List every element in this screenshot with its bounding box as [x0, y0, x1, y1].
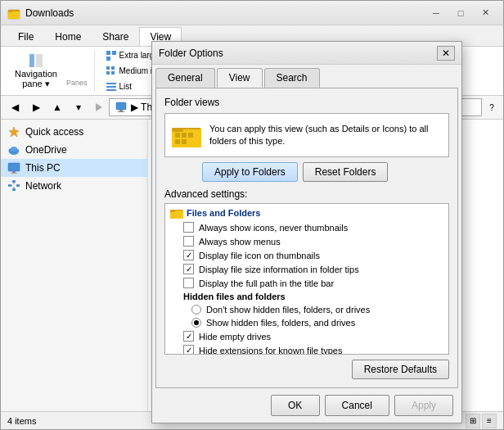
folder-options-dialog: Folder Options ✕ General View Search Fol… [151, 41, 462, 423]
checkbox-display-file-icon[interactable] [183, 250, 194, 260]
setting-show-hidden[interactable]: Show hidden files, folders, and drives [167, 316, 447, 329]
setting-display-full-path[interactable]: Display the full path in the title bar [167, 276, 447, 290]
hidden-files-subgroup: Hidden files and folders [167, 290, 447, 303]
svg-rect-47 [170, 210, 175, 212]
setting-display-file-icon[interactable]: Display file icon on thumbnails [167, 248, 447, 262]
apply-to-folders-button[interactable]: Apply to Folders [202, 162, 298, 182]
group-label-files-folders: Files and Folders [187, 208, 260, 218]
checkbox-hide-empty-drives[interactable] [183, 331, 194, 342]
apply-button[interactable]: Apply [394, 395, 453, 416]
svg-rect-39 [172, 128, 183, 132]
dialog-body: Folder views You can apply t [155, 88, 458, 388]
dialog-title: Folder Options [159, 48, 437, 59]
svg-rect-44 [182, 139, 187, 144]
dialog-title-bar: Folder Options ✕ [152, 42, 461, 65]
folder-views-label: Folder views [164, 97, 449, 108]
restore-row: Restore Defaults [164, 360, 449, 379]
setting-always-show-menus[interactable]: Always show menus [167, 234, 447, 248]
radio-show-hidden[interactable] [191, 318, 201, 328]
files-folders-group: Files and Folders [167, 206, 447, 220]
svg-rect-41 [182, 133, 187, 138]
restore-defaults-button[interactable]: Restore Defaults [352, 360, 449, 379]
checkbox-display-full-path[interactable] [183, 278, 194, 288]
ok-button[interactable]: OK [271, 395, 320, 416]
svg-rect-38 [172, 129, 201, 147]
folder-views-description: You can apply this view (such as Details… [209, 123, 442, 148]
svg-rect-43 [175, 139, 180, 144]
tab-general[interactable]: General [155, 68, 215, 88]
settings-list[interactable]: Files and Folders Always show icons, nev… [164, 203, 449, 355]
folder-big-icon [172, 120, 201, 150]
dialog-close-button[interactable]: ✕ [437, 46, 455, 61]
setting-hide-extensions[interactable]: Hide extensions for known file types [167, 343, 447, 355]
tab-view[interactable]: View [217, 68, 263, 88]
svg-rect-40 [175, 133, 180, 138]
checkbox-always-show-icons[interactable] [183, 222, 194, 233]
svg-rect-42 [188, 133, 193, 138]
dialog-footer: OK Cancel Apply [152, 388, 461, 423]
checkbox-hide-extensions[interactable] [183, 345, 194, 355]
cancel-button[interactable]: Cancel [325, 395, 389, 416]
setting-dont-show-hidden[interactable]: Don't show hidden files, folders, or dri… [167, 303, 447, 316]
folder-views-box: You can apply this view (such as Details… [164, 113, 449, 157]
checkbox-always-show-menus[interactable] [183, 236, 194, 247]
advanced-settings-label: Advanced settings: [164, 188, 449, 200]
setting-display-file-size[interactable]: Display file size information in folder … [167, 262, 447, 276]
checkbox-display-file-size[interactable] [183, 264, 194, 274]
folder-small-icon [170, 207, 183, 219]
folder-views-buttons: Apply to Folders Reset Folders [202, 162, 449, 182]
radio-dont-show-hidden[interactable] [191, 305, 201, 315]
setting-always-show-icons[interactable]: Always show icons, never thumbnails [167, 220, 447, 234]
dialog-overlay: Folder Options ✕ General View Search Fol… [0, 0, 504, 430]
setting-hide-empty-drives[interactable]: Hide empty drives [167, 329, 447, 343]
reset-folders-button[interactable]: Reset Folders [303, 162, 389, 182]
dialog-tabs: General View Search [152, 65, 461, 88]
tab-search[interactable]: Search [264, 68, 320, 88]
